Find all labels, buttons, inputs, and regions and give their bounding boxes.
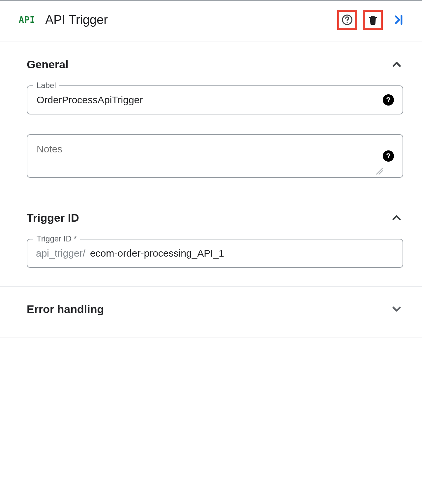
trigger-id-field-label: Trigger ID * (33, 234, 80, 243)
svg-point-1 (347, 22, 347, 23)
section-trigger-id-header[interactable]: Trigger ID (27, 211, 403, 224)
api-trigger-panel: API API Trigger (0, 0, 422, 337)
notes-textarea[interactable] (36, 143, 379, 169)
section-trigger-id: Trigger ID Trigger ID * api_trigger/ (0, 195, 422, 287)
section-general-header[interactable]: General (27, 58, 403, 71)
label-input[interactable] (36, 94, 379, 106)
trigger-id-prefix: api_trigger/ (36, 248, 85, 259)
delete-button[interactable] (363, 10, 383, 30)
chevron-down-icon (390, 302, 403, 316)
section-error-handling: Error handling (0, 287, 422, 337)
notes-field[interactable]: ? (27, 134, 403, 178)
label-help-button[interactable]: ? (383, 94, 394, 106)
section-general-title: General (27, 58, 69, 71)
panel-title: API Trigger (45, 13, 337, 27)
label-field-label: Label (33, 81, 59, 90)
delete-icon (367, 14, 379, 26)
section-error-handling-title: Error handling (27, 303, 104, 316)
help-button[interactable] (337, 10, 357, 30)
panel-header: API API Trigger (0, 1, 422, 42)
label-field[interactable]: Label ? (27, 85, 403, 114)
help-icon (341, 14, 353, 26)
notes-help-button[interactable]: ? (383, 150, 394, 162)
collapse-right-icon (392, 13, 406, 27)
section-trigger-id-title: Trigger ID (27, 211, 79, 224)
chevron-up-icon (390, 211, 403, 224)
trigger-id-field[interactable]: Trigger ID * api_trigger/ (27, 239, 403, 268)
collapse-panel-button[interactable] (389, 10, 408, 30)
chevron-up-icon (390, 58, 403, 71)
section-error-handling-header[interactable]: Error handling (27, 302, 403, 316)
trigger-id-input[interactable] (89, 247, 394, 259)
svg-line-4 (379, 171, 383, 174)
api-badge: API (19, 15, 35, 25)
header-actions (337, 10, 408, 30)
section-general: General Label ? ? (0, 42, 422, 195)
